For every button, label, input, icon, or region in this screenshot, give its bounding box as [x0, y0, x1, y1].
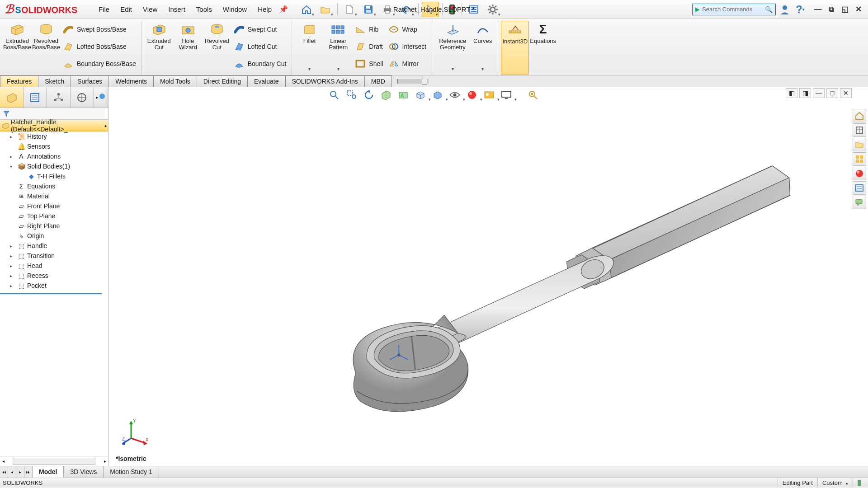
- tree-item[interactable]: ▸AAnnotations: [0, 151, 108, 161]
- tab-weldments[interactable]: Weldments: [108, 75, 154, 87]
- tree-horizontal-scrollbar[interactable]: ◂ ▸: [0, 456, 108, 466]
- display-style-button[interactable]: ▾: [430, 88, 445, 102]
- status-units[interactable]: Custom ▴: [817, 478, 853, 488]
- hole-wizard-button[interactable]: Hole Wizard: [174, 21, 203, 75]
- menu-tools[interactable]: Tools: [192, 4, 217, 15]
- tree-item[interactable]: ▾📦Solid Bodies(1): [0, 161, 108, 171]
- curves-button[interactable]: Curves ▾: [470, 21, 495, 75]
- feature-manager-tab[interactable]: [0, 87, 24, 108]
- expand-arrow-icon[interactable]: ▸: [10, 154, 15, 159]
- tab-direct-editing[interactable]: Direct Editing: [197, 75, 248, 87]
- revolved-boss-button[interactable]: Revolved Boss/Base: [32, 21, 61, 75]
- tab-nav-last[interactable]: ⏭: [24, 466, 33, 478]
- expand-arrow-icon[interactable]: ▾: [10, 164, 15, 169]
- status-flag[interactable]: [853, 478, 865, 488]
- tab-addins[interactable]: SOLIDWORKS Add-Ins: [285, 75, 365, 87]
- taskpane-home[interactable]: [853, 109, 866, 122]
- revolved-cut-button[interactable]: Revolved Cut: [203, 21, 231, 75]
- tab-nav-first[interactable]: ⏮: [0, 466, 8, 478]
- home-button[interactable]: ▾: [298, 2, 315, 17]
- tree-item[interactable]: ▱Front Plane: [0, 201, 108, 211]
- taskpane-design-library[interactable]: [853, 123, 866, 137]
- tree-item[interactable]: ▸📜History: [0, 131, 108, 141]
- wrap-button[interactable]: Wrap: [386, 21, 429, 38]
- taskpane-custom-props[interactable]: [853, 181, 866, 195]
- swept-boss-button[interactable]: Swept Boss/Base: [61, 21, 139, 38]
- feature-tree[interactable]: ▸📜History🔔Sensors▸AAnnotations▾📦Solid Bo…: [0, 131, 108, 292]
- boundary-boss-button[interactable]: Boundary Boss/Base: [61, 55, 139, 72]
- minimize-button[interactable]: —: [812, 4, 824, 15]
- restore-in-button[interactable]: ⧉: [826, 4, 837, 15]
- apply-scene-button[interactable]: ▾: [481, 88, 497, 102]
- zoom-area-button[interactable]: [344, 88, 359, 102]
- user-button[interactable]: [778, 3, 791, 16]
- graphics-viewport[interactable]: ◧ ◨ — □ ✕: [108, 87, 853, 466]
- taskpane-forum[interactable]: [853, 196, 866, 209]
- lofted-boss-button[interactable]: Lofted Boss/Base: [61, 38, 139, 55]
- instant3d-button[interactable]: Instant3D: [501, 21, 529, 75]
- tree-item[interactable]: ▱Right Plane: [0, 221, 108, 231]
- expand-arrow-icon[interactable]: ▸: [10, 134, 15, 139]
- taskpane-file-explorer[interactable]: [853, 138, 866, 151]
- lofted-cut-button[interactable]: Lofted Cut: [231, 38, 289, 55]
- tab-surfaces[interactable]: Surfaces: [71, 75, 109, 87]
- tree-item[interactable]: ▸⬚Wheel Hole: [0, 291, 108, 292]
- configuration-manager-tab[interactable]: [47, 87, 71, 108]
- restore-button[interactable]: ◱: [839, 4, 851, 15]
- taskpane-view-palette[interactable]: [853, 152, 866, 166]
- linear-pattern-button[interactable]: Linear Pattern ▾: [324, 21, 353, 75]
- pin-menu-icon[interactable]: 📌: [279, 5, 288, 14]
- tab-model[interactable]: Model: [33, 466, 64, 478]
- tab-evaluate[interactable]: Evaluate: [247, 75, 285, 87]
- tree-item[interactable]: ▱Top Plane: [0, 211, 108, 221]
- tree-item[interactable]: 🔔Sensors: [0, 141, 108, 151]
- expand-arrow-icon[interactable]: ▸: [10, 253, 15, 258]
- scroll-up-icon[interactable]: ▴: [104, 123, 107, 128]
- tree-item[interactable]: ▸⬚Recess: [0, 271, 108, 281]
- rollback-bar[interactable]: [397, 79, 429, 84]
- settings-button[interactable]: ▾: [484, 2, 501, 17]
- close-button[interactable]: ✕: [853, 4, 864, 15]
- shell-button[interactable]: Shell: [353, 55, 386, 72]
- view-orientation-button[interactable]: ▾: [413, 88, 428, 102]
- tree-rollback-bar[interactable]: [0, 293, 102, 294]
- tab-nav-prev[interactable]: ◂: [8, 466, 16, 478]
- tab-mbd[interactable]: MBD: [364, 75, 392, 87]
- taskpane-appearances[interactable]: [853, 167, 866, 180]
- mirror-button[interactable]: Mirror: [386, 55, 429, 72]
- expand-arrow-icon[interactable]: ▸: [10, 273, 15, 278]
- extruded-boss-button[interactable]: Extruded Boss/Base: [3, 21, 32, 75]
- menu-view[interactable]: View: [138, 4, 162, 15]
- tab-features[interactable]: Features: [0, 75, 38, 87]
- menu-edit[interactable]: Edit: [116, 4, 137, 15]
- help-button[interactable]: ? ▾: [794, 3, 807, 16]
- edit-appearance-button[interactable]: ▾: [464, 88, 480, 102]
- tree-item[interactable]: ▸⬚Head: [0, 261, 108, 271]
- menu-window[interactable]: Window: [218, 4, 251, 15]
- previous-view-button[interactable]: [361, 88, 377, 102]
- draft-button[interactable]: Draft: [353, 38, 386, 55]
- zoom-fit-button[interactable]: [327, 88, 342, 102]
- orientation-triad[interactable]: Y X Z: [122, 418, 149, 445]
- menu-file[interactable]: File: [94, 4, 114, 15]
- tab-mold-tools[interactable]: Mold Tools: [153, 75, 197, 87]
- tree-root[interactable]: Ratchet_Handle (Default<<Default>_ ▴: [0, 120, 108, 131]
- tab-motion-study[interactable]: Motion Study 1: [104, 466, 159, 478]
- menu-help[interactable]: Help: [253, 4, 276, 15]
- tree-item[interactable]: ▸⬚Pocket: [0, 281, 108, 291]
- tree-item[interactable]: ▸⬚Handle: [0, 241, 108, 251]
- expand-arrow-icon[interactable]: ▸: [10, 244, 15, 249]
- fillet-button[interactable]: Fillet ▾: [295, 21, 324, 75]
- new-button[interactable]: ▾: [341, 2, 358, 17]
- tree-item[interactable]: ΣEquations: [0, 181, 108, 191]
- hide-show-button[interactable]: ▾: [447, 88, 462, 102]
- rib-button[interactable]: Rib: [353, 21, 386, 38]
- reference-geometry-button[interactable]: Reference Geometry ▾: [435, 21, 470, 75]
- expand-arrow-icon[interactable]: ▸: [10, 263, 15, 268]
- extruded-cut-button[interactable]: Extruded Cut: [145, 21, 174, 75]
- equations-button[interactable]: Σ Equations: [529, 21, 557, 75]
- view-settings-button[interactable]: ▾: [499, 88, 514, 102]
- tab-sketch[interactable]: Sketch: [38, 75, 71, 87]
- display-manager-tab[interactable]: ▸: [94, 87, 108, 108]
- boundary-cut-button[interactable]: Boundary Cut: [231, 55, 289, 72]
